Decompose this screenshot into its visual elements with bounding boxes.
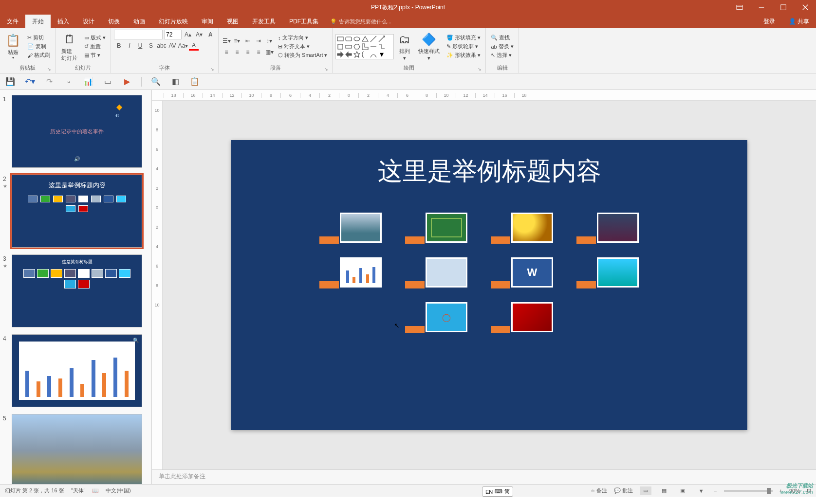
numbering-button[interactable]: ≡▾ [232,36,242,46]
cut-button[interactable]: ✂剪切 [25,34,52,42]
format-painter-button[interactable]: 🖌格式刷 [25,51,52,59]
shapes-gallery[interactable]: ▾ [335,34,394,59]
slide-image-8[interactable] [597,257,639,288]
slide-image-3[interactable] [511,213,553,243]
select-button[interactable]: ↖选择▾ [489,51,515,59]
maximize-button[interactable] [772,0,794,15]
new-slide-button[interactable]: 🗒 新建 幻灯片 [58,31,80,63]
justify-button[interactable]: ≡ [254,47,263,57]
status-language[interactable]: 中文(中国) [106,487,130,494]
shape-arrow-r[interactable] [337,51,344,58]
tab-design[interactable]: 设计 [76,15,101,28]
smartart-button[interactable]: ⬡转换为 SmartArt▾ [276,51,329,59]
align-right-button[interactable]: ≡ [243,47,253,57]
slide-image-1[interactable] [340,213,382,243]
slide-thumb-3[interactable]: 这是英骨树标题 [12,254,142,327]
slide-thumb-1[interactable]: ◆ ◐ 历史记录中的著名事件 🔊 [12,95,142,168]
tab-pdf-tools[interactable]: PDF工具集 [282,15,325,28]
slide-thumb-4[interactable]: 🔍 [12,334,142,407]
undo-button[interactable]: ↶▾ [24,76,35,87]
tab-file[interactable]: 文件 [0,15,25,28]
increase-indent-button[interactable]: ⇥ [254,36,263,46]
bold-button[interactable]: B [114,41,124,51]
shape-elbow[interactable] [378,43,385,50]
redo-button[interactable]: ↷ [44,76,55,87]
shadow-button[interactable]: abc [157,41,167,51]
tab-review[interactable]: 审阅 [195,15,220,28]
shape-arrow[interactable] [378,36,385,42]
slideshow-view-button[interactable]: ▼ [695,486,707,495]
text-direction-button[interactable]: ↕文字方向▾ [276,34,329,42]
font-family-input[interactable] [114,30,163,39]
columns-button[interactable]: ▥▾ [264,47,274,57]
slide-image-7[interactable]: W [511,257,553,288]
shape-star[interactable] [353,51,360,58]
tab-transitions[interactable]: 切换 [101,15,127,28]
underline-button[interactable]: U [135,41,145,51]
sorter-view-button[interactable]: ▦ [658,486,670,495]
section-button[interactable]: ▤节▾ [82,51,108,59]
strike-button[interactable]: S [146,41,156,51]
font-launcher[interactable]: ↘ [210,67,214,72]
qat-btn-8[interactable]: ◧ [170,76,181,87]
tab-animations[interactable]: 动画 [127,15,152,28]
tab-home[interactable]: 开始 [25,15,51,28]
replace-button[interactable]: ab替换▾ [489,42,515,51]
tab-view[interactable]: 视图 [220,15,245,28]
login-button[interactable]: 登录 [757,15,782,28]
paste-button[interactable]: 📋 粘贴▾ [3,32,23,62]
slide-image-5[interactable] [340,257,382,288]
qat-btn-9[interactable]: 📋 [189,76,200,87]
close-button[interactable] [794,0,816,15]
qat-btn-6[interactable]: ▭ [102,76,113,87]
shape-line[interactable] [370,36,377,42]
font-size-input[interactable] [164,30,182,39]
ribbon-options-icon[interactable] [728,0,750,15]
tab-developer[interactable]: 开发工具 [245,15,282,28]
normal-view-button[interactable]: ▭ [640,486,651,495]
slide-thumbnail-panel[interactable]: 1 ◆ ◐ 历史记录中的著名事件 🔊 2 ★ 这里是举例标题内容 3 ★ [0,90,152,484]
slide-image-2[interactable] [426,213,467,243]
case-button[interactable]: Aa▾ [178,41,188,51]
shape-fill-button[interactable]: 🪣形状填充▾ [445,34,482,42]
shape-effects-button[interactable]: ✨形状效果▾ [445,51,482,59]
zoom-out-button[interactable]: − [714,488,717,494]
slide-image-10[interactable] [511,302,553,332]
slide-title[interactable]: 这里是举例标题内容 [378,155,601,188]
arrange-button[interactable]: 🗂 排列▾ [396,31,413,63]
align-text-button[interactable]: ⊟对齐文本▾ [276,42,329,51]
comments-toggle-button[interactable]: 💬 批注 [614,487,633,494]
slide-canvas[interactable]: 这里是举例标题内容 W [231,140,747,430]
shape-rect3[interactable] [345,43,352,50]
ime-indicator[interactable]: EN⌨简 [482,486,513,497]
italic-button[interactable]: I [125,41,134,51]
shape-arrow-l[interactable] [345,51,352,58]
minimize-button[interactable] [750,0,772,15]
tab-slideshow[interactable]: 幻灯片放映 [152,15,195,28]
qat-btn-4[interactable]: ▫ [63,76,74,87]
qat-zoom-button[interactable]: 🔍 [150,76,161,87]
bullets-button[interactable]: ☰▾ [222,36,231,46]
shape-rect2[interactable] [337,43,344,50]
shape-outline-button[interactable]: ✎形状轮廓▾ [445,42,482,51]
qat-btn-5[interactable]: 📊 [83,76,93,87]
increase-font-button[interactable]: A▴ [183,30,193,39]
notes-toggle-button[interactable]: ≐ 备注 [591,487,607,494]
shape-more[interactable]: ▾ [378,51,385,58]
reset-button[interactable]: ↺重置 [82,42,108,51]
shape-rounded[interactable] [345,36,352,42]
reading-view-button[interactable]: ▣ [677,486,688,495]
zoom-slider[interactable] [724,490,773,492]
notes-placeholder[interactable]: 单击此处添加备注 [152,469,816,484]
shape-bracket[interactable] [362,51,369,58]
shape-hex[interactable] [353,43,360,50]
tab-insert[interactable]: 插入 [51,15,76,28]
shape-triangle[interactable] [362,36,369,42]
shape-curve[interactable] [370,51,377,58]
slide-thumb-5[interactable] [12,414,142,484]
layout-button[interactable]: ▭版式▾ [82,34,108,42]
slide-image-9[interactable]: ◯ [426,302,467,332]
align-left-button[interactable]: ≡ [222,47,231,57]
shape-l[interactable] [362,43,369,50]
quick-styles-button[interactable]: 🔷 快速样式▾ [415,31,443,63]
